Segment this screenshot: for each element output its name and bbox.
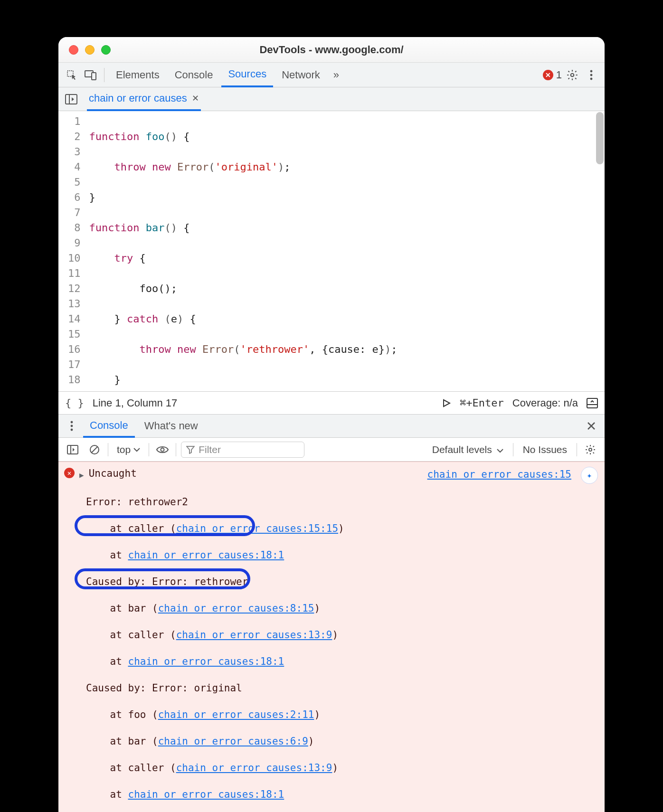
funnel-icon [186, 445, 195, 454]
console-error-entry[interactable]: chain or error causes:15 ✦ ✕ ▶ Uncaught … [58, 462, 605, 812]
svg-point-6 [590, 77, 593, 80]
error-icon: ✕ [64, 468, 75, 478]
svg-point-11 [71, 421, 73, 424]
error-count-badge[interactable]: ✕ 1 [543, 69, 562, 81]
svg-point-13 [71, 429, 73, 431]
file-tab-label: chain or error causes [89, 92, 187, 104]
svg-point-3 [571, 73, 574, 76]
svg-line-17 [92, 447, 97, 453]
panel-tab-sources[interactable]: Sources [221, 63, 273, 87]
svg-point-18 [161, 448, 164, 451]
svg-rect-9 [587, 398, 597, 408]
settings-icon[interactable] [564, 66, 581, 84]
svg-point-19 [589, 448, 592, 451]
file-tab[interactable]: chain or error causes ✕ [87, 88, 201, 111]
window-title: DevTools - www.google.com/ [58, 44, 605, 56]
toggle-bottom-panel-icon[interactable] [587, 398, 598, 408]
stack-trace: Error: rethrower2 at caller (chain or er… [86, 482, 597, 812]
uncaught-label: Uncaught [89, 467, 137, 480]
code-content[interactable]: function foo() { throw new Error('origin… [87, 111, 424, 391]
main-toolbar: Elements Console Sources Network » ✕ 1 [58, 63, 605, 87]
svg-point-12 [71, 425, 73, 427]
context-label: top [117, 444, 131, 455]
clear-console-icon[interactable] [86, 441, 103, 458]
stack-link[interactable]: chain or error causes:13:9 [176, 762, 332, 774]
devtools-window: DevTools - www.google.com/ Elements Cons… [58, 37, 605, 812]
drawer-kebab-icon[interactable] [63, 417, 80, 434]
pretty-print-icon[interactable]: { } [65, 397, 84, 409]
inspect-element-icon[interactable] [63, 66, 80, 84]
error-source-link[interactable]: chain or error causes:15 [427, 468, 571, 481]
filter-placeholder: Filter [199, 444, 221, 455]
minimize-window-button[interactable] [85, 45, 95, 55]
close-window-button[interactable] [69, 45, 78, 55]
error-icon: ✕ [543, 70, 553, 80]
execution-context-selector[interactable]: top [113, 442, 144, 457]
issues-label[interactable]: No Issues [518, 442, 572, 457]
stack-link[interactable]: chain or error causes:8:15 [158, 603, 314, 614]
drawer-tab-strip: Console What's new [58, 414, 605, 438]
stack-link[interactable]: chain or error causes:18:1 [128, 549, 284, 561]
window-controls [69, 45, 111, 55]
line-gutter: 123 456 789 101112 131415 161718 [58, 111, 87, 391]
ai-explain-icon[interactable]: ✦ [581, 467, 598, 484]
drawer-tab-console[interactable]: Console [83, 415, 135, 438]
run-shortcut-label: ⌘+Enter [460, 397, 504, 409]
error-count-value: 1 [556, 69, 562, 81]
editor-scrollbar[interactable] [596, 112, 604, 164]
panel-tab-console[interactable]: Console [168, 63, 220, 87]
panel-tabs-overflow[interactable]: » [329, 66, 344, 84]
log-levels-selector[interactable]: Default levels [427, 442, 508, 457]
code-editor[interactable]: 123 456 789 101112 131415 161718 functio… [58, 111, 605, 391]
close-file-tab-icon[interactable]: ✕ [192, 93, 199, 104]
console-output: chain or error causes:15 ✦ ✕ ▶ Uncaught … [58, 462, 605, 812]
stack-link[interactable]: chain or error causes:18:1 [128, 789, 284, 800]
console-settings-icon[interactable] [582, 441, 599, 458]
live-expression-icon[interactable] [154, 441, 171, 458]
run-snippet-icon[interactable] [442, 398, 451, 408]
expand-error-icon[interactable]: ▶ [79, 469, 84, 482]
file-tab-strip: chain or error causes ✕ [58, 87, 605, 111]
stack-link[interactable]: chain or error causes:13:9 [176, 629, 332, 641]
cursor-position: Line 1, Column 17 [93, 397, 178, 409]
chevron-down-icon [133, 447, 140, 452]
show-navigator-icon[interactable] [63, 91, 79, 107]
close-drawer-icon[interactable] [583, 417, 600, 434]
console-filter-bar: top Filter Default levels No Issues [58, 438, 605, 462]
stack-link[interactable]: chain or error causes:6:9 [158, 736, 308, 747]
device-toolbar-icon[interactable] [82, 66, 99, 84]
console-filter-input[interactable]: Filter [181, 442, 304, 458]
svg-point-5 [590, 74, 593, 76]
stack-link[interactable]: chain or error causes:15:15 [176, 523, 338, 534]
panel-tab-elements[interactable]: Elements [109, 63, 166, 87]
drawer-tab-whatsnew[interactable]: What's new [138, 415, 205, 437]
chevron-down-icon [497, 448, 503, 453]
coverage-label: Coverage: n/a [512, 397, 578, 409]
kebab-menu-icon[interactable] [583, 66, 600, 84]
stack-link[interactable]: chain or error causes:2:11 [158, 709, 314, 720]
svg-rect-2 [92, 73, 96, 80]
console-sidebar-toggle-icon[interactable] [64, 441, 81, 458]
window-titlebar: DevTools - www.google.com/ [58, 37, 605, 63]
zoom-window-button[interactable] [101, 45, 111, 55]
editor-status-bar: { } Line 1, Column 17 ⌘+Enter Coverage: … [58, 391, 605, 414]
panel-tab-network[interactable]: Network [275, 63, 327, 87]
svg-point-4 [590, 70, 593, 72]
stack-link[interactable]: chain or error causes:18:1 [128, 656, 284, 667]
svg-rect-7 [66, 94, 77, 104]
